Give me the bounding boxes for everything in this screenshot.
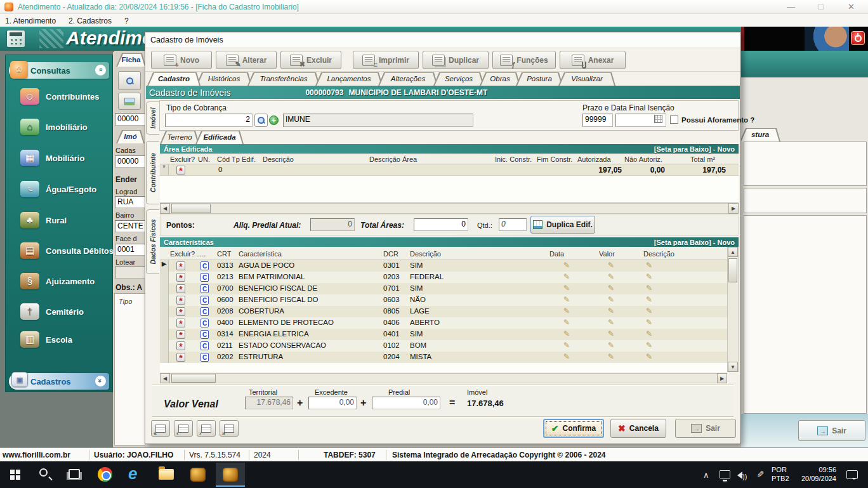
valor-pencil-icon[interactable] — [608, 295, 614, 304]
bg-logradouro-field[interactable]: RUA — [115, 196, 145, 208]
scroll-left-icon[interactable]: ◀ — [160, 373, 170, 383]
first-record-button[interactable]: « — [151, 420, 170, 437]
internet-explorer-icon[interactable]: e — [128, 464, 137, 484]
caract-row[interactable]: 0400ELEMENTO DE PROTECAO 0406ABERTO — [160, 317, 727, 329]
sidebar-item-cemiterio[interactable]: Cemitério — [46, 307, 84, 317]
tab-edificada[interactable]: Edificada — [195, 131, 244, 144]
caract-row[interactable]: 0202ESTRUTURA 0204MISTA — [160, 352, 727, 363]
descricao-pencil-icon[interactable] — [646, 352, 652, 361]
tab-cadastro[interactable]: Cadastro — [147, 72, 201, 86]
caract-row[interactable]: 0208COBERTURA 0805LAGE — [160, 306, 727, 317]
sidebar-item-imobiliario[interactable]: Imobiliário — [46, 122, 88, 132]
scroll-right-icon[interactable]: ▶ — [728, 203, 739, 214]
qtd-input[interactable]: 0 — [499, 218, 527, 231]
caract-row[interactable]: ▶ 0313AGUA DE POCO 0301SIM — [160, 260, 727, 272]
menu-help[interactable]: ? — [124, 16, 129, 25]
aliq-input[interactable]: 0 — [310, 218, 355, 231]
valor-pencil-icon[interactable] — [608, 272, 614, 281]
pen-icon[interactable]: ✎ — [755, 470, 765, 478]
valor-pencil-icon[interactable] — [608, 261, 614, 270]
aforamento-checkbox[interactable] — [670, 115, 678, 124]
descricao-pencil-icon[interactable] — [646, 261, 652, 270]
area-hscroll-thumb[interactable] — [171, 204, 211, 213]
delete-row-icon[interactable] — [176, 296, 185, 305]
bg-cadastro-field[interactable]: 00000 — [115, 155, 145, 168]
valor-pencil-icon[interactable] — [608, 329, 614, 338]
tab-imovel-fragment[interactable]: Imó — [116, 130, 145, 143]
scroll-up-icon[interactable]: ▲ — [728, 247, 738, 257]
network-icon[interactable] — [720, 470, 730, 478]
task-view-icon[interactable] — [69, 469, 80, 479]
side-tab-contribuinte[interactable]: Contribuinte — [146, 141, 159, 204]
menu-atendimento[interactable]: 1. Atendimento — [5, 16, 56, 25]
data-pencil-icon[interactable] — [563, 307, 570, 315]
caract-row[interactable]: 0700BENEFICIO FISCAL DE 0701SIM — [160, 283, 727, 294]
sidebar-item-agua-esgoto[interactable]: Água/Esgoto — [46, 185, 96, 194]
side-tab-dados-fisicos[interactable]: Dados Fisicos — [146, 209, 159, 274]
delete-row-icon[interactable] — [176, 273, 185, 282]
close-icon[interactable]: ✕ — [848, 2, 855, 11]
next-record-button[interactable]: › — [197, 420, 216, 437]
confirma-button[interactable]: ✔ Confirma — [543, 419, 604, 438]
data-pencil-icon[interactable] — [563, 261, 570, 270]
cancela-button[interactable]: ✖ Cancela — [610, 419, 666, 438]
file-explorer-icon[interactable] — [159, 469, 174, 480]
chevron-up-icon[interactable]: » — [95, 65, 106, 76]
bg-record-field[interactable]: 00000 — [115, 113, 145, 126]
tray-chevron-icon[interactable]: ∧ — [703, 470, 709, 480]
speaker-icon[interactable]: )) — [737, 470, 747, 482]
descricao-pencil-icon[interactable] — [646, 307, 652, 315]
tab-obras[interactable]: Obras — [480, 72, 520, 86]
sidebar-item-consulta-debitos[interactable]: Consulta Débitos — [46, 246, 114, 256]
prazo-input[interactable]: 99999 — [582, 114, 613, 127]
cobranca-search-button[interactable] — [254, 114, 268, 127]
data-pencil-icon[interactable] — [563, 352, 570, 361]
tab-postura[interactable]: Postura — [516, 72, 563, 86]
scroll-left-icon[interactable]: ◀ — [160, 203, 170, 214]
delete-row-icon[interactable] — [176, 319, 185, 327]
delete-row-icon[interactable] — [176, 307, 185, 316]
tab-postura-fragment[interactable]: stura — [740, 128, 780, 142]
scroll-down-icon[interactable]: ▼ — [728, 362, 738, 372]
start-button-icon[interactable] — [10, 470, 20, 480]
funcoes-button[interactable]: ƒ Funções — [492, 51, 556, 69]
data-pencil-icon[interactable] — [563, 341, 570, 350]
side-tab-imovel[interactable]: Imóvel — [146, 102, 159, 135]
tab-servicos[interactable]: Serviços — [433, 72, 484, 86]
cobranca-code-input[interactable]: 2 — [165, 114, 253, 127]
valor-pencil-icon[interactable] — [608, 352, 614, 361]
cobranca-add-button[interactable]: + — [269, 115, 279, 125]
bg-loteamento-field[interactable] — [115, 267, 145, 279]
bg-face-field[interactable]: 0001 — [115, 244, 145, 256]
bg-search-button[interactable] — [118, 71, 141, 90]
fiorilli-app-icon[interactable] — [190, 468, 206, 482]
valor-pencil-icon[interactable] — [608, 307, 614, 315]
bg-picture-button[interactable] — [118, 93, 141, 110]
tab-transferencias[interactable]: Transferências — [247, 72, 320, 86]
caract-hscroll-thumb[interactable] — [171, 374, 216, 383]
sidebar-item-ajuizamento[interactable]: Ajuizamento — [46, 277, 95, 286]
delete-row-icon[interactable] — [176, 330, 185, 339]
area-hscrollbar[interactable] — [160, 203, 739, 214]
sidebar-item-mobiliario[interactable]: Mobiliário — [46, 154, 84, 163]
tab-visualizar[interactable]: Visualizar — [558, 72, 615, 86]
descricao-pencil-icon[interactable] — [646, 341, 652, 350]
descricao-pencil-icon[interactable] — [646, 272, 652, 281]
valor-pencil-icon[interactable] — [608, 284, 614, 293]
caract-hscrollbar[interactable] — [160, 373, 727, 383]
descricao-pencil-icon[interactable] — [646, 318, 652, 327]
area-grid-row[interactable]: * 0 197,05 0,00 197,05 — [160, 164, 739, 176]
delete-row-icon[interactable] — [176, 166, 185, 175]
calendar-button[interactable] — [654, 115, 662, 123]
menu-cadastros[interactable]: 2. Cadastros — [69, 16, 112, 25]
delete-row-icon[interactable] — [176, 261, 185, 270]
sidebar-group-cadastros[interactable]: ▣ Cadastros » — [9, 373, 109, 390]
valor-pencil-icon[interactable] — [608, 341, 614, 350]
valor-pencil-icon[interactable] — [608, 318, 614, 327]
sidebar-group-consultas[interactable]: ☺ Consultas » — [9, 62, 109, 79]
minimize-icon[interactable]: — — [787, 2, 795, 11]
tab-historicos[interactable]: Históricos — [196, 72, 252, 86]
language-indicator[interactable]: PORPTB2 — [772, 465, 789, 483]
data-pencil-icon[interactable] — [563, 329, 570, 338]
tab-alteracoes[interactable]: Alterações — [378, 72, 438, 86]
